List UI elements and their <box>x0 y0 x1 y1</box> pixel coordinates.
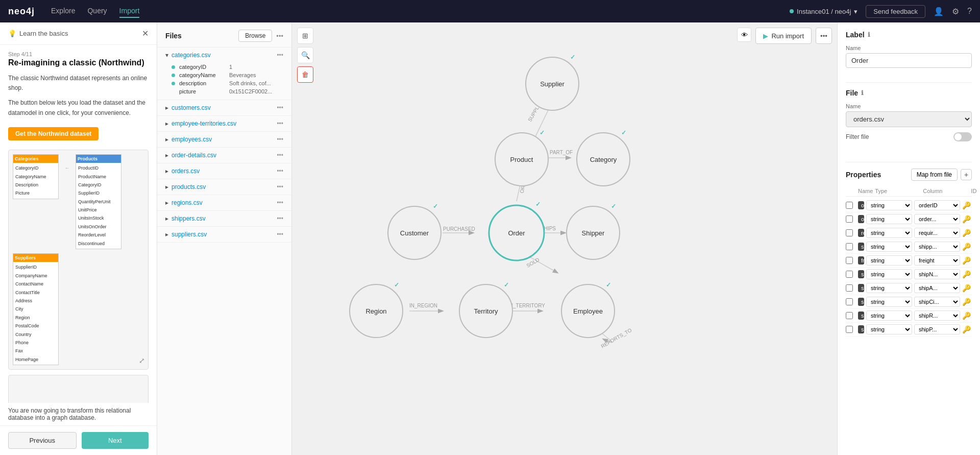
file-select[interactable]: orders.csv <box>846 111 972 127</box>
file-group-header-orders[interactable]: ▸ orders.csv ••• <box>157 163 291 179</box>
prop-type-1[interactable]: string <box>866 214 912 224</box>
file-group-header-employee-territories[interactable]: ▸ employee-territories.csv ••• <box>157 116 291 131</box>
nav-import[interactable]: Import <box>119 5 140 18</box>
file-more-order-details[interactable]: ••• <box>277 152 283 159</box>
file-group-header-order-details[interactable]: ▸ order-details.csv ••• <box>157 148 291 163</box>
run-import-button[interactable]: ▶ Run import <box>755 28 812 44</box>
file-group-header-regions[interactable]: ▸ regions.csv ••• <box>157 195 291 210</box>
file-more-categories[interactable]: ••• <box>277 52 283 59</box>
prop-key-icon-9[interactable]: 🔑 <box>962 325 976 333</box>
file-more-regions[interactable]: ••• <box>277 199 283 206</box>
files-more-icon[interactable]: ••• <box>276 32 283 40</box>
prop-column-0[interactable]: orderID <box>914 200 960 210</box>
help-icon[interactable]: ? <box>967 7 972 16</box>
prop-type-6[interactable]: string <box>866 283 912 293</box>
prop-checkbox-7[interactable] <box>846 298 853 305</box>
label-name-input[interactable] <box>846 53 972 68</box>
prop-type-7[interactable]: string <box>866 297 912 307</box>
prop-type-0[interactable]: string <box>866 200 912 210</box>
prop-type-2[interactable]: string <box>866 228 912 238</box>
prop-type-8[interactable]: string <box>866 310 912 321</box>
prop-type-3[interactable]: string <box>866 242 912 252</box>
canvas-more-button[interactable]: ••• <box>816 28 832 44</box>
nav-query[interactable]: Query <box>87 5 107 18</box>
prop-checkbox-4[interactable] <box>846 257 853 264</box>
file-group-header-categories[interactable]: ▾ categories.csv ••• <box>157 47 291 63</box>
file-more-products[interactable]: ••• <box>277 183 283 190</box>
nav-explore[interactable]: Explore <box>51 5 75 18</box>
prop-key-icon-6[interactable]: 🔑 <box>962 284 976 292</box>
sidebar-close-button[interactable]: ✕ <box>142 29 149 38</box>
file-info-icon[interactable]: ℹ <box>861 89 864 97</box>
add-property-button[interactable]: + <box>961 169 972 180</box>
file-more-suppliers[interactable]: ••• <box>277 231 283 238</box>
prop-name-1[interactable]: ord... ✏ <box>858 215 864 223</box>
map-from-file-button[interactable]: Map from file <box>911 169 958 181</box>
instance-badge[interactable]: Instance01 / neo4j ▾ <box>790 8 857 15</box>
previous-button[interactable]: Previous <box>8 432 77 449</box>
file-group-header-employees[interactable]: ▸ employees.csv ••• <box>157 132 291 147</box>
prop-name-2[interactable]: requ... ✏ <box>858 229 864 237</box>
preview-button[interactable]: 👁 <box>737 28 751 42</box>
prop-checkbox-9[interactable] <box>846 326 853 333</box>
prop-type-9[interactable]: string <box>866 324 912 334</box>
prop-column-3[interactable]: shipp... <box>914 242 960 252</box>
svg-text:Customer: Customer <box>400 229 429 237</box>
file-group-header-shippers[interactable]: ▸ shippers.csv ••• <box>157 211 291 226</box>
file-more-customers[interactable]: ••• <box>277 104 283 111</box>
prop-key-icon-3[interactable]: 🔑 <box>962 243 976 251</box>
prop-key-icon-5[interactable]: 🔑 <box>962 270 976 278</box>
prop-checkbox-1[interactable] <box>846 215 853 223</box>
prop-name-9[interactable]: shi... ✏ <box>858 325 864 333</box>
prop-column-5[interactable]: shipN... <box>914 269 960 279</box>
prop-type-5[interactable]: string <box>866 269 912 279</box>
prop-name-0[interactable]: ord... ✏ <box>858 201 864 209</box>
prop-checkbox-2[interactable] <box>846 229 853 236</box>
prop-checkbox-8[interactable] <box>846 312 853 319</box>
prop-key-icon-8[interactable]: 🔑 <box>962 312 976 320</box>
prop-name-7[interactable]: shi... ✏ <box>858 298 864 306</box>
prop-name-6[interactable]: shi... ✏ <box>858 284 864 292</box>
user-icon[interactable]: 👤 <box>934 7 944 16</box>
prop-type-4[interactable]: string <box>866 255 912 266</box>
file-group-header-products[interactable]: ▸ products.csv ••• <box>157 179 291 195</box>
delete-button[interactable]: 🗑 <box>297 66 313 83</box>
prop-column-4[interactable]: freight <box>914 255 960 266</box>
file-more-employees[interactable]: ••• <box>277 136 283 143</box>
settings-icon[interactable]: ⚙ <box>952 7 959 16</box>
file-more-employee-territories[interactable]: ••• <box>277 120 283 127</box>
prop-column-8[interactable]: shipR... <box>914 310 960 321</box>
next-button[interactable]: Next <box>82 432 149 449</box>
prop-name-3[interactable]: shi... ✏ <box>858 243 864 251</box>
file-name-shippers: shippers.csv <box>172 215 206 222</box>
prop-column-2[interactable]: requir... <box>914 228 960 238</box>
prop-checkbox-0[interactable] <box>846 202 853 209</box>
prop-name-8[interactable]: shi... ✏ <box>858 312 864 320</box>
prop-column-6[interactable]: shipA... <box>914 283 960 293</box>
prop-name-5[interactable]: shi... ✏ <box>858 270 864 278</box>
expand-schema-icon[interactable]: ⤢ <box>139 355 145 366</box>
prop-column-7[interactable]: shipCi... <box>914 297 960 307</box>
prop-key-icon-0[interactable]: 🔑 <box>962 201 976 209</box>
collapse-panel-button[interactable]: ⊞ <box>297 28 313 44</box>
send-feedback-button[interactable]: Send feedback <box>866 5 925 18</box>
file-group-header-customers[interactable]: ▸ customers.csv ••• <box>157 100 291 115</box>
label-info-icon[interactable]: ℹ <box>868 31 870 38</box>
prop-checkbox-6[interactable] <box>846 284 853 292</box>
file-more-orders[interactable]: ••• <box>277 167 283 175</box>
prop-key-icon-4[interactable]: 🔑 <box>962 256 976 265</box>
prop-name-4[interactable]: frei... ✏ <box>858 256 864 265</box>
prop-key-icon-2[interactable]: 🔑 <box>962 229 976 237</box>
prop-column-1[interactable]: order... <box>914 214 960 224</box>
browse-button[interactable]: Browse <box>238 30 272 42</box>
prop-column-9[interactable]: shipP... <box>914 324 960 334</box>
prop-checkbox-5[interactable] <box>846 271 853 278</box>
get-dataset-button[interactable]: Get the Northwind dataset <box>8 127 99 140</box>
prop-key-icon-7[interactable]: 🔑 <box>962 298 976 306</box>
filter-file-toggle[interactable] <box>953 132 972 141</box>
file-more-shippers[interactable]: ••• <box>277 215 283 222</box>
prop-checkbox-3[interactable] <box>846 243 853 250</box>
prop-key-icon-1[interactable]: 🔑 <box>962 215 976 223</box>
zoom-search-button[interactable]: 🔍 <box>297 47 313 63</box>
file-group-header-suppliers[interactable]: ▸ suppliers.csv ••• <box>157 227 291 242</box>
